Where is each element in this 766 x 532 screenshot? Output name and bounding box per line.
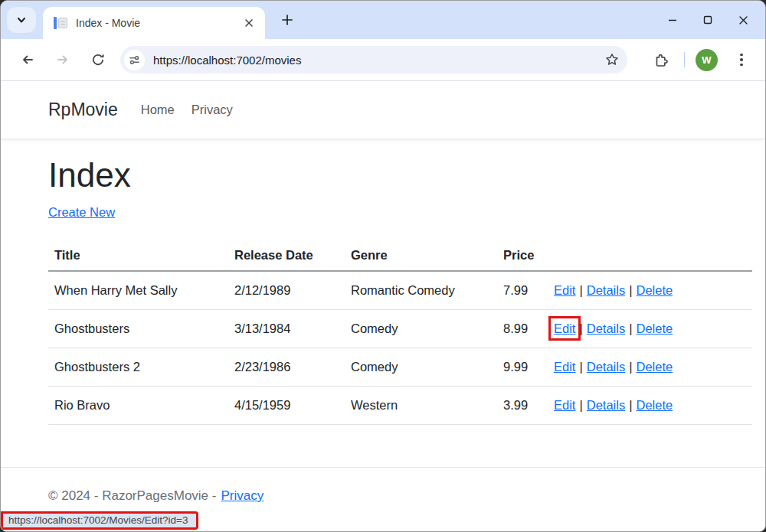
table-header-row: Title Release Date Genre Price bbox=[48, 240, 752, 271]
maximize-icon bbox=[702, 15, 713, 25]
edit-link[interactable]: Edit bbox=[554, 398, 575, 412]
movie-title: Ghostbusters bbox=[48, 310, 228, 348]
browser-menu-button[interactable] bbox=[728, 47, 755, 73]
bookmark-star-icon[interactable] bbox=[601, 49, 623, 70]
back-arrow-icon bbox=[21, 53, 34, 67]
delete-link[interactable]: Delete bbox=[636, 321, 673, 335]
reload-icon bbox=[91, 53, 105, 67]
reload-button[interactable] bbox=[85, 47, 111, 73]
column-header-price: Price bbox=[497, 240, 548, 271]
movie-title: Rio Bravo bbox=[48, 387, 228, 425]
status-bar-link-preview: https://localhost:7002/Movies/Edit?id=3 bbox=[1, 511, 198, 530]
movie-genre: Western bbox=[345, 387, 497, 425]
copyright-text: © 2024 - RazorPagesMovie - bbox=[48, 488, 216, 503]
row-actions: Edit|Details|Delete bbox=[548, 348, 752, 387]
action-separator: | bbox=[575, 360, 586, 374]
three-dot-menu-icon bbox=[740, 54, 743, 67]
page-favicon-icon bbox=[54, 16, 68, 30]
action-separator: | bbox=[575, 398, 586, 412]
movie-genre: Comedy bbox=[345, 348, 497, 387]
row-actions: Edit|Details|Delete bbox=[548, 310, 752, 348]
movie-release-date: 3/13/1984 bbox=[228, 310, 345, 348]
column-header-genre: Genre bbox=[345, 240, 497, 271]
tab-search-button[interactable] bbox=[7, 7, 36, 33]
tab-title: Index - Movie bbox=[76, 17, 241, 29]
puzzle-icon bbox=[653, 53, 668, 67]
delete-link[interactable]: Delete bbox=[636, 283, 673, 297]
action-separator: | bbox=[575, 321, 586, 335]
delete-link[interactable]: Delete bbox=[636, 398, 673, 412]
navbar-brand[interactable]: RpMovie bbox=[48, 100, 118, 120]
window-close-button[interactable] bbox=[725, 1, 761, 39]
nav-item-home[interactable]: Home bbox=[141, 103, 175, 117]
tab-strip: Index - Movie bbox=[1, 1, 765, 39]
page-title: Index bbox=[48, 156, 752, 194]
tune-icon bbox=[129, 54, 140, 66]
minimize-icon bbox=[667, 15, 678, 25]
extensions-button[interactable] bbox=[647, 47, 673, 73]
browser-toolbar: https://localhost:7002/movies W bbox=[1, 39, 765, 81]
action-separator: | bbox=[625, 283, 636, 297]
back-button[interactable] bbox=[15, 47, 41, 73]
main-content: Index Create New Title Release Date Genr… bbox=[1, 139, 765, 425]
movie-release-date: 4/15/1959 bbox=[228, 387, 345, 425]
create-new-link[interactable]: Create New bbox=[48, 205, 115, 219]
url-text[interactable]: https://localhost:7002/movies bbox=[153, 54, 601, 67]
forward-arrow-icon bbox=[56, 53, 70, 67]
details-link[interactable]: Details bbox=[587, 398, 625, 412]
window-minimize-button[interactable] bbox=[655, 1, 690, 39]
delete-link[interactable]: Delete bbox=[636, 360, 673, 374]
plus-icon bbox=[281, 14, 293, 26]
footer-privacy-link[interactable]: Privacy bbox=[221, 488, 264, 503]
column-header-release-date: Release Date bbox=[228, 240, 345, 271]
table-row: Rio Bravo 4/15/1959 Western 3.99 Edit|De… bbox=[48, 387, 752, 425]
address-bar[interactable]: https://localhost:7002/movies bbox=[120, 46, 627, 73]
chevron-down-icon bbox=[15, 14, 28, 26]
row-actions: Edit|Details|Delete bbox=[548, 271, 752, 310]
table-row: When Harry Met Sally 2/12/1989 Romantic … bbox=[48, 271, 752, 310]
movie-price: 8.99 bbox=[497, 310, 548, 348]
movie-release-date: 2/23/1986 bbox=[228, 348, 345, 387]
close-icon bbox=[738, 15, 749, 26]
nav-item-privacy[interactable]: Privacy bbox=[192, 103, 233, 117]
profile-avatar[interactable]: W bbox=[696, 49, 718, 71]
movie-title: When Harry Met Sally bbox=[48, 271, 228, 310]
column-header-actions bbox=[548, 240, 752, 271]
movie-title: Ghostbusters 2 bbox=[48, 348, 228, 387]
movie-release-date: 2/12/1989 bbox=[228, 271, 345, 310]
movie-genre: Romantic Comedy bbox=[345, 271, 497, 310]
window-maximize-button[interactable] bbox=[690, 1, 725, 39]
row-actions: Edit|Details|Delete bbox=[548, 387, 752, 425]
movie-price: 7.99 bbox=[497, 271, 548, 310]
column-header-title: Title bbox=[48, 240, 228, 271]
browser-tab[interactable]: Index - Movie bbox=[43, 7, 265, 39]
details-link[interactable]: Details bbox=[587, 283, 625, 297]
new-tab-button[interactable] bbox=[276, 8, 299, 31]
movie-price: 9.99 bbox=[497, 348, 548, 387]
toolbar-divider bbox=[684, 52, 685, 67]
forward-button[interactable] bbox=[50, 47, 76, 73]
site-navbar: RpMovie Home Privacy bbox=[1, 81, 765, 139]
movies-table: Title Release Date Genre Price When Harr… bbox=[48, 240, 752, 425]
details-link[interactable]: Details bbox=[587, 360, 625, 374]
site-info-button[interactable] bbox=[124, 50, 145, 70]
page-viewport: RpMovie Home Privacy Index Create New Ti… bbox=[1, 81, 765, 531]
browser-window: Index - Movie bbox=[0, 0, 766, 532]
table-row: Ghostbusters 3/13/1984 Comedy 8.99 Edit|… bbox=[48, 310, 752, 348]
details-link[interactable]: Details bbox=[587, 321, 625, 335]
table-row: Ghostbusters 2 2/23/1986 Comedy 9.99 Edi… bbox=[48, 348, 752, 387]
edit-link-highlighted[interactable]: Edit bbox=[554, 321, 575, 335]
action-separator: | bbox=[575, 283, 586, 297]
edit-link[interactable]: Edit bbox=[554, 283, 575, 297]
window-controls bbox=[655, 1, 765, 39]
movie-genre: Comedy bbox=[345, 310, 497, 348]
edit-link[interactable]: Edit bbox=[554, 360, 575, 374]
action-separator: | bbox=[625, 360, 636, 374]
action-separator: | bbox=[625, 398, 636, 412]
movie-price: 3.99 bbox=[497, 387, 548, 425]
action-separator: | bbox=[625, 321, 636, 335]
status-bar-url: https://localhost:7002/Movies/Edit?id=3 bbox=[8, 514, 188, 526]
tab-close-icon[interactable] bbox=[241, 15, 257, 31]
